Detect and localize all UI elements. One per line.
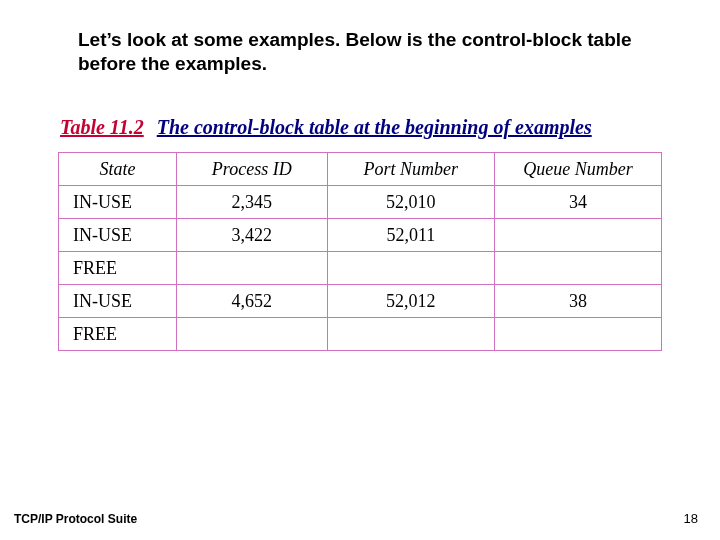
cell-port-number: 52,011 [327,219,494,252]
slide: Let’s look at some examples. Below is th… [0,0,720,540]
control-block-table: State Process ID Port Number Queue Numbe… [58,152,662,351]
cell-queue-number: 38 [494,285,661,318]
header-port-number: Port Number [327,153,494,186]
cell-state: FREE [59,252,177,285]
cell-state: IN-USE [59,285,177,318]
header-queue-number: Queue Number [494,153,661,186]
table-caption-line: Table 11.2 The control-block table at th… [60,116,592,139]
cell-process-id: 4,652 [176,285,327,318]
cell-process-id [176,318,327,351]
cell-process-id: 2,345 [176,186,327,219]
cell-port-number: 52,010 [327,186,494,219]
cell-queue-number [494,252,661,285]
cell-port-number [327,318,494,351]
cell-state: IN-USE [59,186,177,219]
cell-queue-number: 34 [494,186,661,219]
header-state: State [59,153,177,186]
table-header-row: State Process ID Port Number Queue Numbe… [59,153,662,186]
table-label: Table 11.2 [60,116,144,138]
table-row: FREE [59,318,662,351]
cell-port-number: 52,012 [327,285,494,318]
table-caption: The control-block table at the beginning… [157,116,592,138]
footer-left: TCP/IP Protocol Suite [14,512,137,526]
intro-text: Let’s look at some examples. Below is th… [78,28,638,76]
page-number: 18 [684,511,698,526]
cell-state: FREE [59,318,177,351]
table-row: IN-USE 3,422 52,011 [59,219,662,252]
header-process-id: Process ID [176,153,327,186]
table-row: IN-USE 2,345 52,010 34 [59,186,662,219]
cell-process-id [176,252,327,285]
cell-queue-number [494,318,661,351]
cell-state: IN-USE [59,219,177,252]
table-row: FREE [59,252,662,285]
cell-queue-number [494,219,661,252]
cell-process-id: 3,422 [176,219,327,252]
table-row: IN-USE 4,652 52,012 38 [59,285,662,318]
cell-port-number [327,252,494,285]
